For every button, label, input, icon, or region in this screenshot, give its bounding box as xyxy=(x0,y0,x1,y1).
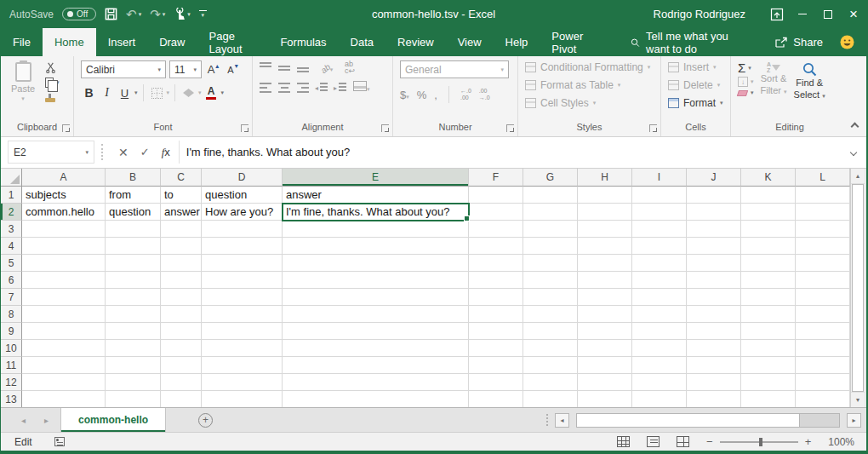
column-header-J[interactable]: J xyxy=(687,169,741,187)
number-dialog-launcher[interactable] xyxy=(506,124,514,132)
cut-button[interactable] xyxy=(45,62,60,73)
redo-button[interactable]: ↷▾ xyxy=(150,8,165,20)
cell-H10[interactable] xyxy=(578,340,632,357)
delete-cells-button[interactable]: Delete▾ xyxy=(668,76,725,94)
customize-qat-button[interactable]: ▾ xyxy=(199,10,207,19)
row-header-10[interactable]: 10 xyxy=(1,340,22,357)
horizontal-scrollbar[interactable] xyxy=(576,413,840,428)
sheet-nav-left-icon[interactable]: ◂ xyxy=(21,416,26,425)
insert-function-button[interactable]: fx xyxy=(162,146,170,159)
row-header-11[interactable]: 11 xyxy=(1,357,22,374)
scroll-down-icon[interactable]: ▾ xyxy=(851,392,865,407)
cell-C1[interactable]: to xyxy=(161,187,202,204)
cell-A1[interactable]: subjects xyxy=(22,187,106,204)
cell-D8[interactable] xyxy=(202,306,283,323)
cell-E8[interactable] xyxy=(283,306,469,323)
cell-D5[interactable] xyxy=(202,255,283,272)
cell-H7[interactable] xyxy=(578,289,632,306)
format-as-table-button[interactable]: Format as Table▾ xyxy=(525,76,655,94)
column-header-G[interactable]: G xyxy=(523,169,578,187)
cell-J1[interactable] xyxy=(687,187,741,204)
cell-H8[interactable] xyxy=(578,306,632,323)
font-size-combo[interactable]: 11▾ xyxy=(169,60,202,78)
align-top-button[interactable] xyxy=(260,62,271,72)
cell-I2[interactable] xyxy=(632,204,687,221)
cell-G7[interactable] xyxy=(523,289,578,306)
page-layout-view-button[interactable] xyxy=(647,436,660,447)
cell-B12[interactable] xyxy=(106,374,161,391)
tab-file[interactable]: File xyxy=(1,28,43,56)
cell-K10[interactable] xyxy=(741,340,796,357)
cell-F5[interactable] xyxy=(469,255,523,272)
cell-C12[interactable] xyxy=(161,374,202,391)
maximize-button[interactable] xyxy=(815,0,841,28)
cell-H2[interactable] xyxy=(578,204,632,221)
cell-C3[interactable] xyxy=(161,221,202,238)
bold-button[interactable]: B xyxy=(81,84,97,101)
cell-E1[interactable]: answer xyxy=(283,187,469,204)
decrease-decimal-button[interactable]: .00→.0 xyxy=(479,88,490,101)
new-sheet-button[interactable]: + xyxy=(198,413,213,428)
format-painter-button[interactable] xyxy=(45,92,60,105)
cell-L9[interactable] xyxy=(796,323,850,340)
cell-J13[interactable] xyxy=(687,391,741,407)
cell-F7[interactable] xyxy=(469,289,523,306)
cell-D11[interactable] xyxy=(202,357,283,374)
cell-B2[interactable]: question xyxy=(106,204,161,221)
column-header-E[interactable]: E xyxy=(283,169,469,187)
orientation-button[interactable]: ab▾ xyxy=(316,61,338,74)
tab-scrollbar-splitter[interactable] xyxy=(546,414,548,426)
ribbon-display-options-button[interactable] xyxy=(764,0,790,28)
cell-K8[interactable] xyxy=(741,306,796,323)
cell-L8[interactable] xyxy=(796,306,850,323)
cell-I3[interactable] xyxy=(632,221,687,238)
select-all-corner[interactable] xyxy=(1,169,22,187)
column-header-C[interactable]: C xyxy=(161,169,202,187)
copy-button[interactable]: ▾ xyxy=(45,78,60,88)
cell-G12[interactable] xyxy=(523,374,578,391)
cell-K11[interactable] xyxy=(741,357,796,374)
cell-D7[interactable] xyxy=(202,289,283,306)
cell-F6[interactable] xyxy=(469,272,523,289)
zoom-slider[interactable] xyxy=(720,441,798,443)
fill-color-dropdown-icon[interactable]: ▾ xyxy=(198,89,202,96)
tab-draw[interactable]: Draw xyxy=(147,28,197,56)
cell-A8[interactable] xyxy=(22,306,106,323)
column-header-B[interactable]: B xyxy=(106,169,161,187)
cell-K2[interactable] xyxy=(741,204,796,221)
macro-record-icon[interactable] xyxy=(54,437,65,446)
tell-me-box[interactable]: Tell me what you want to do xyxy=(620,28,759,56)
enter-button[interactable]: ✓ xyxy=(140,146,150,158)
collapse-ribbon-button[interactable] xyxy=(851,123,859,131)
cell-F4[interactable] xyxy=(469,238,523,255)
cell-H4[interactable] xyxy=(578,238,632,255)
scroll-up-icon[interactable]: ▴ xyxy=(851,169,865,184)
horizontal-scroll-thumb[interactable] xyxy=(577,414,800,427)
tab-formulas[interactable]: Formulas xyxy=(268,28,338,56)
cell-H1[interactable] xyxy=(578,187,632,204)
cell-G8[interactable] xyxy=(523,306,578,323)
cell-E7[interactable] xyxy=(283,289,469,306)
row-header-12[interactable]: 12 xyxy=(1,374,22,391)
sheet-tab-common-hello[interactable]: common-hello xyxy=(60,408,166,432)
alignment-dialog-launcher[interactable] xyxy=(381,124,389,132)
cell-C8[interactable] xyxy=(161,306,202,323)
row-header-7[interactable]: 7 xyxy=(1,289,22,306)
cell-J10[interactable] xyxy=(687,340,741,357)
cell-A2[interactable]: common.hello xyxy=(22,204,106,221)
cell-G4[interactable] xyxy=(523,238,578,255)
cell-K6[interactable] xyxy=(741,272,796,289)
cell-B10[interactable] xyxy=(106,340,161,357)
tab-power-pivot[interactable]: Power Pivot xyxy=(540,28,608,56)
column-header-K[interactable]: K xyxy=(741,169,796,187)
cell-A9[interactable] xyxy=(22,323,106,340)
percent-style-button[interactable]: % xyxy=(417,89,427,101)
cell-L6[interactable] xyxy=(796,272,850,289)
cell-B5[interactable] xyxy=(106,255,161,272)
cell-D10[interactable] xyxy=(202,340,283,357)
cell-K7[interactable] xyxy=(741,289,796,306)
cell-D4[interactable] xyxy=(202,238,283,255)
cell-I12[interactable] xyxy=(632,374,687,391)
cell-L1[interactable] xyxy=(796,187,850,204)
cell-C9[interactable] xyxy=(161,323,202,340)
